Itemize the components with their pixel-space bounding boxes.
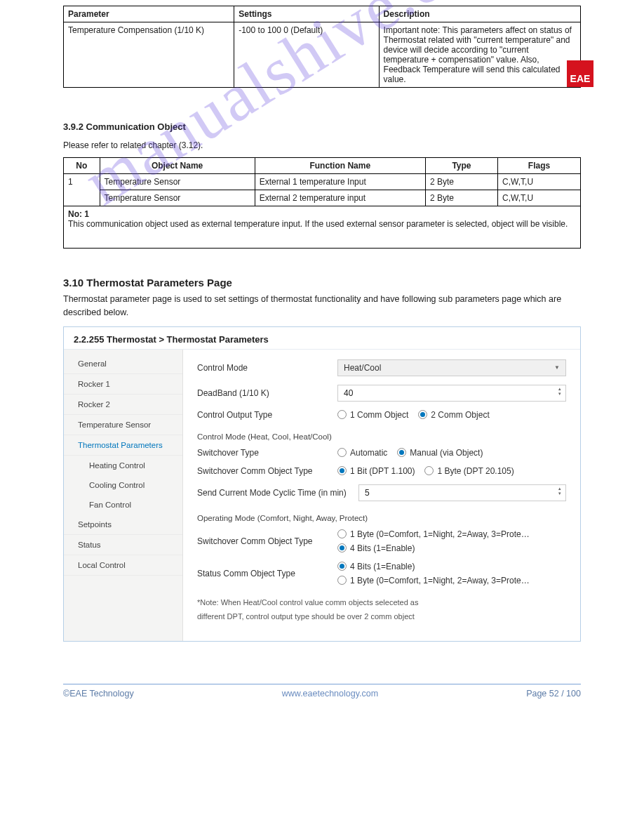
comm-object-table: No Object Name Function Name Type Flags … [63,157,581,249]
sidebar-item-rocker-2[interactable]: Rocker 2 [64,395,182,415]
radio-label: 1 Byte (DPT 20.105) [437,466,514,476]
t1-h2: Settings [234,6,379,22]
ets-parameter-panel: 2.2.255 Thermostat > Thermostat Paramete… [63,326,581,642]
t2-r0c2: External 1 temperature Input [255,174,425,190]
radio-label: 1 Bit (DPT 1.100) [350,466,415,476]
sidebar-item-temperature-sensor[interactable]: Temperature Sensor [64,415,182,435]
op-switchover-radio-4bit[interactable]: 4 Bits (1=Enable) [337,543,566,553]
sidebar-item-fan-control[interactable]: Fan Control [64,495,182,515]
t2-footer-body: This communication object used as extern… [68,219,568,229]
t2-r0c0: 1 [64,174,100,206]
radio-label: 2 Comm Object [431,410,489,420]
t1-h1: Parameter [64,6,234,22]
breadcrumb: 2.2.255 Thermostat > Thermostat Paramete… [64,327,580,350]
t2-h4: Flags [498,158,581,174]
t1-h3: Description [379,6,580,22]
brand-logo: EAE [567,60,593,87]
status-obj-label: Status Comm Object Type [197,569,330,578]
sidebar-item-status[interactable]: Status [64,535,182,555]
t1-c1: Temperature Compensation (1/10 K) [64,22,234,88]
footer-page: Page 52 / 100 [526,689,581,699]
op-switchover-radio-1byte[interactable]: 1 Byte (0=Comfort, 1=Night, 2=Away, 3=Pr… [337,529,566,539]
section-3-9-2-title: 3.9.2 Communication Object [63,121,581,132]
deadband-spinbox[interactable]: 40 [337,385,566,402]
radio-icon [397,448,406,457]
footer-link[interactable]: www.eaetechnology.com [282,689,378,699]
sidebar-item-rocker-1[interactable]: Rocker 1 [64,374,182,395]
radio-icon [337,448,347,457]
footer-copyright: ©EAE Technology [63,689,134,699]
t2-footer: No: 1 This communication object used as … [64,206,581,249]
radio-icon [337,576,347,585]
note-line-2: different DPT, control output type shoul… [197,609,566,624]
parameter-table-1: Parameter Settings Description Temperatu… [63,6,581,88]
t2-h3: Type [425,158,497,174]
t2-r1c3: 2 Byte [425,190,497,206]
t1-c2: -100 to 100 0 (Default) [234,22,379,88]
sidebar-item-thermostat-parameters[interactable]: Thermostat Parameters [64,435,182,456]
t2-h0: No [64,158,100,174]
sidebar-item-local-control[interactable]: Local Control [64,555,182,576]
group-head-1: Control Mode (Heat, Cool, Heat/Cool) [197,432,566,441]
cyclic-time-label: Send Current Mode Cyclic Time (in min) [197,488,351,498]
form-note: *Note: When Heat/Cool control value comm… [197,595,566,625]
t2-footer-head: No: 1 [68,209,89,219]
switchover-obj-radio-1bit[interactable]: 1 Bit (DPT 1.100) [337,466,415,476]
radio-label: 4 Bits (1=Enable) [350,543,415,553]
radio-label: 1 Byte (0=Comfort, 1=Night, 2=Away, 3=Pr… [350,529,530,539]
section-3-9-2-sub: Please refer to related chapter (3.12). [63,140,581,150]
radio-label: 4 Bits (1=Enable) [350,562,415,571]
radio-icon [424,466,434,475]
t2-h2: Function Name [255,158,425,174]
t2-r0c3: 2 Byte [425,174,497,190]
switchover-radio-auto[interactable]: Automatic [337,448,387,458]
t2-r0c1: Temperature Sensor [100,174,255,190]
cyclic-time-spinbox[interactable]: 5 [358,484,566,501]
radio-icon [337,410,347,419]
section-3-10-para: Thermostat parameter page is used to set… [63,293,581,319]
t2-r1c1: Temperature Sensor [100,190,255,206]
switchover-type-label: Switchover Type [197,448,330,458]
radio-label: 1 Byte (0=Comfort, 1=Night, 2=Away, 3=Pr… [350,576,530,585]
note-line-1: *Note: When Heat/Cool control value comm… [197,595,566,610]
radio-label: 1 Comm Object [350,410,408,420]
op-switchover-label: Switchover Comm Object Type [197,536,330,546]
deadband-label: DeadBand (1/10 K) [197,388,330,398]
switchover-obj-radio-1byte[interactable]: 1 Byte (DPT 20.105) [424,466,514,476]
radio-icon [337,529,347,538]
t1-c3: Important note: This parameters affect o… [379,22,580,88]
switchover-radio-manual[interactable]: Manual (via Object) [397,448,483,458]
sidebar-item-setpoints[interactable]: Setpoints [64,515,182,535]
radio-icon [337,543,347,552]
sidebar-item-general[interactable]: General [64,354,182,374]
radio-icon [418,410,427,419]
control-mode-label: Control Mode [197,363,330,373]
status-radio-4bit[interactable]: 4 Bits (1=Enable) [337,562,566,571]
control-mode-dropdown[interactable]: Heat/Cool [337,359,566,376]
output-type-radio-2[interactable]: 2 Comm Object [418,410,489,420]
output-type-label: Control Output Type [197,410,330,420]
t2-r1c2: External 2 temperature input [255,190,425,206]
sidebar-item-cooling-control[interactable]: Cooling Control [64,475,182,495]
t2-r1c4: C,W,T,U [498,190,581,206]
section-3-10-title: 3.10 Thermostat Parameters Page [63,277,581,289]
group-head-2: Operating Mode (Comfort, Night, Away, Pr… [197,514,566,522]
radio-label: Automatic [350,448,387,458]
radio-icon [337,466,347,475]
switchover-obj-label: Switchover Comm Object Type [197,466,330,476]
radio-label: Manual (via Object) [410,448,483,458]
status-radio-1byte[interactable]: 1 Byte (0=Comfort, 1=Night, 2=Away, 3=Pr… [337,576,566,585]
page-footer: ©EAE Technology www.eaetechnology.com Pa… [63,684,581,699]
app-sidebar: GeneralRocker 1Rocker 2Temperature Senso… [64,350,183,642]
t2-h1: Object Name [100,158,255,174]
t2-r0c4: C,W,T,U [498,174,581,190]
sidebar-item-heating-control[interactable]: Heating Control [64,456,182,475]
output-type-radio-1[interactable]: 1 Comm Object [337,410,408,420]
app-form: Control Mode Heat/Cool DeadBand (1/10 K)… [183,350,580,642]
radio-icon [337,562,347,571]
